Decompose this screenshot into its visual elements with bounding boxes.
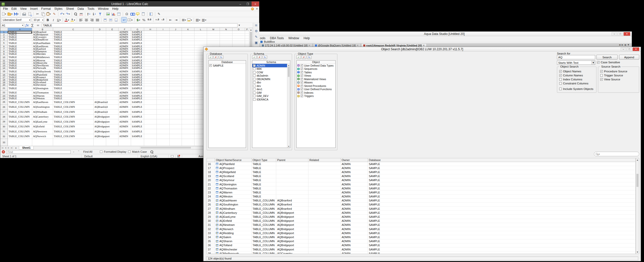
cell-K2[interactable] bbox=[182, 33, 194, 36]
cell-K3[interactable] bbox=[182, 36, 194, 38]
col-header-C[interactable]: C bbox=[53, 28, 94, 31]
cell-C10[interactable]: TABLE bbox=[53, 55, 94, 59]
cell-K21[interactable] bbox=[182, 86, 194, 90]
cell-A11[interactable]: TABLE bbox=[8, 59, 32, 62]
trigger-source-checkbox[interactable]: ✓ bbox=[600, 74, 603, 77]
first-sheet-icon[interactable]: |◀ bbox=[0, 147, 4, 149]
search-button[interactable]: Search bbox=[596, 55, 618, 60]
schema-checkbox-db2admin[interactable]: ✓ bbox=[253, 78, 256, 80]
cell-B29[interactable]: AQEastLyme bbox=[32, 119, 53, 124]
cell-J7[interactable] bbox=[170, 48, 182, 50]
menu-sheet[interactable]: Sheet bbox=[64, 7, 76, 11]
cell-B26[interactable]: AQSouthington bbox=[32, 105, 53, 110]
cell-B19[interactable]: AQScotland bbox=[32, 81, 53, 84]
cell-I14[interactable] bbox=[157, 67, 170, 69]
center-vertically-button[interactable] bbox=[108, 17, 113, 22]
trigger-source-label[interactable]: Trigger Source bbox=[604, 74, 623, 77]
cell-I26[interactable] bbox=[157, 105, 170, 110]
cell-C18[interactable]: TABLE bbox=[53, 79, 94, 81]
col-header-F[interactable]: F bbox=[118, 28, 131, 31]
column-header-object-name-source[interactable]: Object Name/Source bbox=[215, 158, 252, 162]
cell-B31[interactable]: AQNewtown bbox=[32, 129, 53, 134]
cell-F29[interactable]: ADMIN bbox=[118, 119, 131, 124]
scrollbar-thumb[interactable] bbox=[141, 147, 191, 148]
include-system-objects-checkbox[interactable]: ✓ bbox=[559, 88, 562, 90]
database-checkbox-sample[interactable]: ✓ bbox=[209, 64, 212, 67]
cell-G20[interactable]: SAMPLE bbox=[131, 84, 144, 86]
menu-window[interactable]: Window bbox=[96, 7, 110, 11]
cell-J14[interactable] bbox=[170, 67, 182, 69]
cell-D26[interactable]: AQBranford bbox=[94, 105, 106, 110]
cell-G22[interactable]: SAMPLE bbox=[131, 90, 144, 95]
cell-B18[interactable]: AQRidgefield bbox=[32, 79, 53, 81]
cell-I1[interactable] bbox=[157, 31, 170, 33]
menu-data[interactable]: Data bbox=[76, 7, 86, 11]
scroll-up-icon[interactable]: ▲ bbox=[249, 28, 253, 31]
cell-F2[interactable]: ADMIN bbox=[118, 33, 131, 36]
cell-I12[interactable] bbox=[157, 62, 170, 64]
ads-titlebar[interactable]: Aqua Data Studio [Untitled 20] – □ ✕ bbox=[257, 32, 632, 36]
cell-D13[interactable] bbox=[94, 64, 106, 67]
cell-H10[interactable] bbox=[144, 55, 157, 59]
cell-M2[interactable] bbox=[207, 33, 220, 36]
cell-K1[interactable] bbox=[182, 31, 194, 33]
cell-B21[interactable]: AQStonington bbox=[32, 86, 53, 90]
cell-H33[interactable] bbox=[144, 139, 157, 146]
object-type-item-materialized-views[interactable]: M✓Materialized Views bbox=[297, 77, 335, 81]
cell-C30[interactable]: TABLE_COLUMN bbox=[53, 124, 94, 129]
cell-I23[interactable] bbox=[157, 95, 170, 97]
result-row-27[interactable]: 27AQWindhamTABLE_COLUMNAQBranfordADMINSA… bbox=[207, 207, 635, 211]
col-header-P[interactable]: P bbox=[245, 28, 249, 31]
cell-H27[interactable] bbox=[144, 110, 157, 115]
cell-G25[interactable]: SAMPLE bbox=[131, 100, 144, 105]
append-button[interactable]: Append bbox=[619, 55, 639, 60]
cell-H32[interactable] bbox=[144, 134, 157, 139]
ads-menu-help[interactable]: Help bbox=[304, 36, 310, 40]
sheet-tab-sheet1[interactable]: Sheet1 bbox=[19, 146, 34, 149]
schema-item-admin[interactable]: ✓ADMIN bbox=[252, 64, 287, 67]
cell-G10[interactable]: SAMPLE bbox=[131, 55, 144, 59]
border-style-button[interactable]: ▤▼ bbox=[195, 17, 201, 22]
cell-A24[interactable]: TABLE bbox=[8, 97, 32, 100]
cell-B7[interactable]: AQEastford bbox=[32, 48, 53, 50]
col-header-H[interactable]: H bbox=[144, 28, 157, 31]
cell-A22[interactable]: TABLE bbox=[8, 90, 32, 95]
row-header-25[interactable]: 25 bbox=[0, 100, 8, 105]
cell-A30[interactable]: TABLE_COLUMN bbox=[8, 124, 32, 129]
cell-I29[interactable] bbox=[157, 119, 170, 124]
row-header-23[interactable]: 23 bbox=[0, 95, 8, 97]
cell-M3[interactable] bbox=[207, 36, 220, 38]
cell-J19[interactable] bbox=[170, 81, 182, 84]
cell-I30[interactable] bbox=[157, 124, 170, 129]
cell-I27[interactable] bbox=[157, 110, 170, 115]
cell-A17[interactable]: TABLE bbox=[8, 76, 32, 79]
result-row-36[interactable]: 36AQTollandTABLE_COLUMNAQBridgeportADMIN… bbox=[207, 243, 635, 247]
print-preview-button[interactable] bbox=[27, 12, 32, 17]
tab-list-icon[interactable]: ▦ bbox=[624, 44, 626, 46]
cell-A12[interactable]: TABLE bbox=[8, 62, 32, 64]
cell-G26[interactable]: SAMPLE bbox=[131, 105, 144, 110]
cell-A16[interactable]: TABLE bbox=[8, 74, 32, 76]
cell-K9[interactable] bbox=[182, 53, 194, 55]
cell-L3[interactable] bbox=[194, 36, 207, 38]
row-header-21[interactable]: 21 bbox=[0, 86, 8, 90]
cell-K30[interactable] bbox=[182, 124, 194, 129]
cell-E13[interactable] bbox=[106, 64, 118, 67]
col-header-K[interactable]: K bbox=[182, 28, 194, 31]
cell-E14[interactable] bbox=[106, 67, 118, 69]
connection-tab-google-bigquery-untitled-19[interactable]: @Google BigQuery [Untitled 19]✕ bbox=[313, 43, 361, 47]
cell-F16[interactable]: ADMIN bbox=[118, 74, 131, 76]
result-row-33[interactable]: 33AQReddingTABLE_COLUMNAQBridgeportADMIN… bbox=[207, 231, 635, 235]
cell-H1[interactable] bbox=[144, 31, 157, 33]
cell-O5[interactable] bbox=[232, 41, 245, 45]
cell-L4[interactable] bbox=[194, 38, 207, 41]
object-type-checkbox-indexes[interactable]: ✓ bbox=[301, 91, 303, 94]
cell-I21[interactable] bbox=[157, 86, 170, 90]
cell-A3[interactable]: TABLE bbox=[8, 36, 32, 38]
cell-D2[interactable] bbox=[94, 33, 106, 36]
cell-K6[interactable] bbox=[182, 45, 194, 48]
cell-O1[interactable] bbox=[232, 31, 245, 33]
cell-H31[interactable] bbox=[144, 129, 157, 134]
cell-D23[interactable] bbox=[94, 95, 106, 97]
cell-G1[interactable]: SAMPLE bbox=[131, 31, 144, 33]
